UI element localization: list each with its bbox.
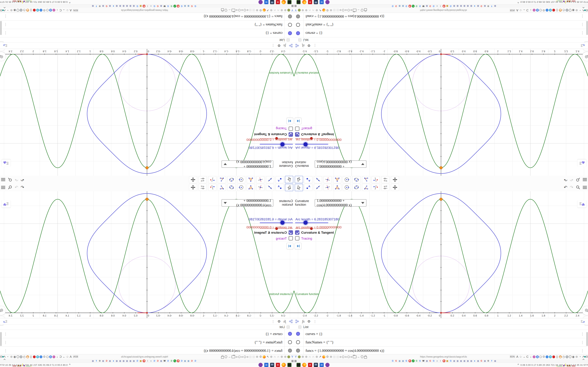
app-icon-cat[interactable]	[325, 363, 329, 367]
favicon[interactable]: ◍	[484, 359, 486, 362]
arc-length-slider-thumb[interactable]	[303, 221, 308, 225]
favicon[interactable]: R	[177, 359, 180, 362]
collapse-button[interactable]: –	[287, 38, 290, 42]
tracing-checkbox[interactable]	[289, 126, 293, 131]
favicon[interactable]: G	[156, 359, 159, 362]
favicon[interactable]: ◍	[102, 5, 105, 8]
favicon[interactable]: G	[167, 359, 169, 362]
glyph-icon[interactable]: ⊕	[305, 354, 308, 359]
glyph-icon[interactable]: ⚙	[43, 8, 46, 13]
glyph-icon[interactable]: ⚙	[259, 8, 262, 13]
kebab-menu-icon[interactable]: ⋮	[0, 9, 1, 12]
tray-expand-icon[interactable]: ⌃	[582, 4, 585, 9]
function-dropdown[interactable]: 1.000000000000 + cos(4.000000000000 x)	[222, 160, 273, 168]
row-kebab-icon[interactable]: ⋮	[581, 332, 584, 336]
favicon[interactable]: ◍	[470, 5, 473, 8]
ringB-icon[interactable]	[539, 356, 542, 358]
play-step-button[interactable]	[295, 243, 302, 249]
app-icon-screenshot[interactable]	[287, 0, 292, 4]
line-tool-button[interactable]	[314, 184, 322, 191]
fx-view-icon[interactable]: fx	[302, 319, 304, 324]
dot-icon[interactable]: ◍	[26, 9, 29, 12]
dot-icon[interactable]: /	[52, 355, 55, 358]
glyph-icon[interactable]: ☆	[66, 354, 69, 359]
app-icon-settings[interactable]: ⚙	[276, 363, 280, 367]
shield-icon[interactable]	[17, 9, 19, 12]
row-kebab-icon[interactable]: ⋮	[4, 31, 7, 35]
algebra-style-icon[interactable]	[580, 319, 586, 324]
favicon[interactable]: G	[432, 359, 435, 362]
collapse-button[interactable]: –	[298, 38, 301, 42]
redo-button[interactable]: ↷	[15, 184, 18, 191]
favicon[interactable]: ◍	[494, 359, 496, 362]
glyph-icon[interactable]: ⊕	[575, 354, 578, 359]
favicon[interactable]: f	[95, 359, 98, 362]
favicon[interactable]: G	[415, 359, 418, 362]
fx-view-icon[interactable]: fx	[284, 44, 286, 48]
circle-tool-button[interactable]	[237, 176, 245, 183]
favicon[interactable]: G	[153, 5, 156, 8]
glyph-icon[interactable]: ⊕	[301, 354, 304, 359]
glyph-icon[interactable]: ◷	[23, 8, 26, 13]
row-kebab-icon[interactable]: ⋮	[4, 340, 7, 344]
ringS-icon[interactable]	[247, 9, 248, 11]
gear-icon[interactable]: ⚙	[307, 319, 311, 324]
favicon[interactable]: ◍	[129, 359, 132, 362]
dot-icon[interactable]: ▼	[549, 355, 552, 358]
visibility-toggle-icon[interactable]	[288, 349, 292, 352]
arc-position-slider-thumb[interactable]	[275, 227, 278, 230]
algebra-row-funcs[interactable]: funcs = {1.000000000000 + cos(4.00000000…	[294, 347, 588, 355]
arc-length-slider[interactable]	[295, 222, 328, 223]
reflect-tool-button[interactable]	[372, 184, 380, 191]
circle-tool-button[interactable]	[343, 176, 351, 183]
favicon[interactable]: G	[194, 5, 197, 8]
favicon[interactable]: ◍	[463, 5, 466, 8]
glyph-icon[interactable]: ⊕	[284, 8, 287, 13]
glyph-icon[interactable]: ⊕	[575, 8, 578, 13]
glyph-icon[interactable]: ←	[357, 8, 360, 13]
favicon[interactable]: ◍	[484, 5, 486, 8]
url-text[interactable]: https://www.geogebra.org/classic/aagcxh3…	[121, 9, 168, 12]
ringS-icon[interactable]	[241, 356, 243, 358]
ringB-icon[interactable]	[244, 356, 246, 358]
dot-icon[interactable]	[33, 355, 36, 358]
ringS-icon[interactable]	[345, 356, 347, 358]
glyph-icon[interactable]: ⚙	[43, 354, 46, 359]
glyph-icon[interactable]: ◉	[13, 8, 16, 13]
glyph-icon[interactable]: C	[526, 8, 529, 13]
favicon[interactable]: G	[194, 359, 197, 362]
dot-icon[interactable]: +	[546, 9, 548, 12]
favicon[interactable]: ◍	[456, 5, 459, 8]
curvature-tangent-checkbox[interactable]	[289, 132, 293, 137]
dot-icon[interactable]: ▼	[36, 9, 39, 12]
favicon[interactable]: G	[405, 5, 408, 8]
fx-icon[interactable]	[322, 355, 325, 359]
glyph-icon[interactable]: ◔	[7, 354, 9, 359]
favicon[interactable]: ◍	[184, 359, 187, 362]
glyph-icon[interactable]: →	[62, 8, 65, 13]
row-kebab-icon[interactable]: ⋮	[4, 14, 7, 18]
glyph-icon[interactable]: ⊕	[256, 8, 259, 13]
url-text[interactable]: https://www.geogebra.org/classic/aagcxh3…	[420, 355, 467, 358]
favicon[interactable]: G	[105, 359, 108, 362]
favicon[interactable]: f	[95, 5, 98, 8]
sort-tree-icon[interactable]	[289, 43, 293, 48]
favicon[interactable]: G	[395, 359, 398, 362]
dot-icon[interactable]: +	[40, 355, 42, 358]
perpendicular-line-tool-button[interactable]	[324, 176, 332, 183]
reflect-tool-button[interactable]	[372, 176, 380, 183]
glyph-icon[interactable]: ⊕	[301, 8, 304, 13]
move-view-tool-button[interactable]	[189, 176, 197, 183]
glyph-icon[interactable]: ⚙	[542, 354, 545, 359]
algebra-row-curves[interactable]: curves = {} ⋮	[294, 29, 588, 37]
dot-icon[interactable]: ◍	[559, 355, 562, 358]
dot-icon[interactable]: /	[533, 9, 536, 12]
arc-length-slider[interactable]	[295, 144, 328, 145]
glyph-icon[interactable]: ◷	[23, 354, 26, 359]
row-kebab-icon[interactable]: ⋮	[581, 340, 584, 344]
glyph-icon[interactable]: ←	[228, 8, 231, 13]
glyph-icon[interactable]: Y	[294, 8, 297, 13]
scrollbar-thumb[interactable]	[0, 21, 1, 35]
favicon[interactable]: R	[143, 359, 146, 362]
dot-icon[interactable]	[287, 355, 290, 358]
